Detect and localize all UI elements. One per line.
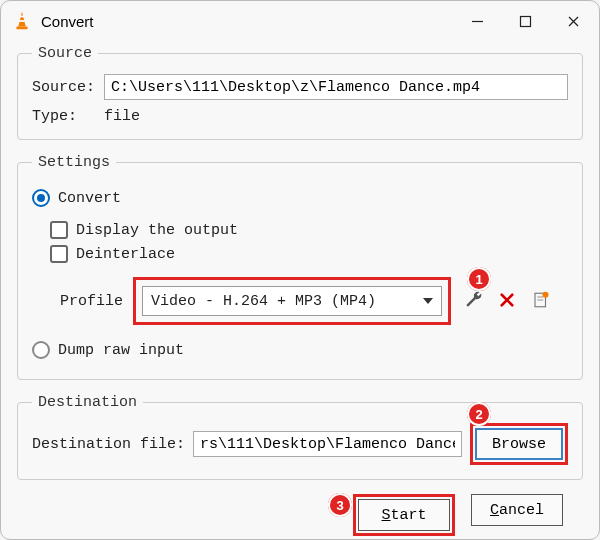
callout-3: 3 (328, 493, 352, 517)
start-label: Start (381, 507, 426, 524)
browse-label: Browse (492, 436, 546, 453)
checkbox-icon (50, 245, 68, 263)
source-label: Source: (32, 79, 96, 96)
checkbox-icon (50, 221, 68, 239)
window-title: Convert (41, 13, 453, 30)
type-label: Type: (32, 108, 96, 125)
destination-group: Destination Destination file: Browse 2 (17, 394, 583, 480)
profile-value: Video - H.264 + MP3 (MP4) (151, 293, 376, 310)
minimize-button[interactable] (453, 1, 501, 41)
profile-highlight: Video - H.264 + MP3 (MP4) (133, 277, 451, 325)
svg-rect-4 (520, 16, 530, 26)
type-value: file (104, 108, 140, 125)
settings-group: Settings Convert Display the output Dein… (17, 154, 583, 380)
deinterlace-label: Deinterlace (76, 246, 175, 263)
browse-button[interactable]: Browse (475, 428, 563, 460)
destination-label: Destination file: (32, 436, 185, 453)
dump-radio-row[interactable]: Dump raw input (32, 341, 568, 359)
edit-profile-button[interactable] (461, 289, 485, 313)
cancel-label: Cancel (490, 502, 544, 519)
browse-highlight: Browse 2 (470, 423, 568, 465)
source-group: Source Source: Type: file (17, 45, 583, 140)
footer: Start 3 Cancel (17, 488, 583, 536)
source-path-input[interactable] (104, 74, 568, 100)
start-highlight: Start 3 (353, 494, 455, 536)
svg-rect-2 (19, 20, 25, 22)
content-area: Source Source: Type: file Settings Conve… (1, 41, 599, 540)
profile-select[interactable]: Video - H.264 + MP3 (MP4) (142, 286, 442, 316)
display-output-checkbox-row[interactable]: Display the output (50, 221, 568, 239)
new-profile-button[interactable] (529, 289, 553, 313)
callout-2: 2 (467, 402, 491, 426)
maximize-button[interactable] (501, 1, 549, 41)
svg-rect-0 (17, 27, 28, 30)
new-doc-icon (532, 291, 550, 312)
deinterlace-checkbox-row[interactable]: Deinterlace (50, 245, 568, 263)
start-button[interactable]: Start (358, 499, 450, 531)
radio-icon (32, 189, 50, 207)
convert-radio-row[interactable]: Convert (32, 189, 568, 207)
svg-rect-1 (20, 16, 24, 18)
svg-point-10 (543, 291, 549, 297)
destination-path-input[interactable] (193, 431, 462, 457)
cancel-button[interactable]: Cancel (471, 494, 563, 526)
callout-1: 1 (467, 267, 491, 291)
destination-legend: Destination (32, 394, 143, 411)
titlebar: Convert (1, 1, 599, 41)
dump-radio-label: Dump raw input (58, 342, 184, 359)
display-output-label: Display the output (76, 222, 238, 239)
delete-profile-button[interactable] (495, 289, 519, 313)
settings-legend: Settings (32, 154, 116, 171)
radio-icon (32, 341, 50, 359)
wrench-icon (463, 290, 483, 313)
x-icon (498, 291, 516, 312)
profile-label: Profile (60, 293, 123, 310)
chevron-down-icon (423, 298, 433, 304)
vlc-cone-icon (11, 10, 33, 32)
convert-dialog: Convert Source Source: Type: file Settin… (0, 0, 600, 540)
close-button[interactable] (549, 1, 597, 41)
convert-radio-label: Convert (58, 190, 121, 207)
source-legend: Source (32, 45, 98, 62)
